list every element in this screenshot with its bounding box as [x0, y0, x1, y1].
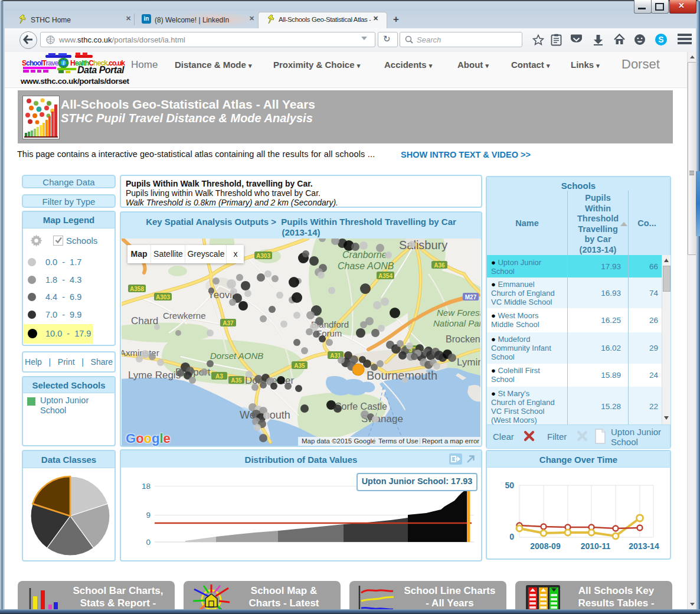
- svg-text:Chase AONB: Chase AONB: [338, 261, 394, 271]
- svg-text:i: i: [63, 60, 64, 66]
- svg-text:Dorset AONB: Dorset AONB: [210, 351, 263, 361]
- svg-text:0: 0: [146, 538, 151, 547]
- svg-text:Corfe Castle: Corfe Castle: [335, 401, 387, 411]
- svg-text:18: 18: [142, 482, 151, 491]
- svg-text:Lyme Regis: Lyme Regis: [128, 370, 181, 381]
- svg-text:A303: A303: [256, 253, 270, 259]
- svg-text:New Forest: New Forest: [437, 308, 480, 318]
- svg-text:S: S: [658, 35, 663, 44]
- svg-text:A37: A37: [223, 320, 234, 326]
- svg-text:2010-11: 2010-11: [581, 541, 611, 551]
- svg-text:2013-14: 2013-14: [629, 541, 659, 551]
- svg-text:A358: A358: [130, 286, 144, 292]
- svg-text:A35: A35: [231, 377, 242, 384]
- svg-text:Chard: Chard: [131, 315, 158, 326]
- svg-text:50: 50: [505, 481, 514, 490]
- svg-text:2008-09: 2008-09: [530, 541, 561, 551]
- svg-text:Salisbury: Salisbury: [399, 239, 447, 252]
- svg-text:Lyming: Lyming: [457, 357, 480, 368]
- svg-text:A35: A35: [294, 362, 305, 369]
- svg-text:A303: A303: [156, 294, 170, 301]
- svg-text:A354: A354: [378, 273, 392, 279]
- svg-text:A36: A36: [434, 262, 445, 269]
- svg-text:M27: M27: [465, 294, 477, 301]
- svg-text:Crewkerne: Crewkerne: [163, 311, 206, 321]
- svg-text:A3: A3: [215, 373, 223, 380]
- svg-text:National Park: National Park: [433, 318, 480, 328]
- svg-text:Brockenhur: Brockenhur: [446, 334, 480, 344]
- svg-text:0: 0: [509, 532, 514, 541]
- svg-text:9: 9: [146, 511, 151, 520]
